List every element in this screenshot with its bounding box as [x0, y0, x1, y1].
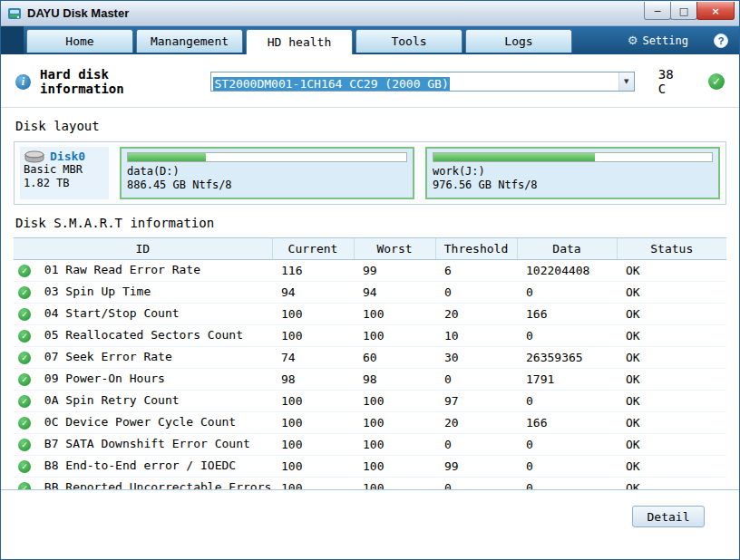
table-row[interactable]: ✓ B8 End-to-End error / IOEDC 100 100 99…: [14, 455, 726, 477]
current-value: 100: [272, 411, 354, 433]
disk-selector[interactable]: ST2000DM001-1CH164 CC29 (2000 GB) ▼: [210, 72, 634, 92]
column-worst: Worst: [354, 238, 435, 259]
disk-icon: [24, 150, 45, 163]
ok-status-icon: ✓: [18, 308, 31, 321]
setting-button[interactable]: Setting: [642, 34, 688, 47]
table-row[interactable]: ✓ 01 Raw Read Error Rate 116 99 6 102204…: [14, 259, 726, 281]
tab-manangement[interactable]: Manangement: [136, 29, 243, 53]
maximize-button[interactable]: □: [670, 2, 697, 20]
partition-info: 976.56 GB Ntfs/8: [433, 179, 713, 192]
status-value: OK: [617, 390, 726, 411]
worst-value: 100: [354, 411, 435, 433]
current-value: 100: [272, 324, 354, 346]
disk-summary[interactable]: Disk0 Basic MBR 1.82 TB: [20, 147, 109, 199]
attribute-name: 03 Spin Up Time: [44, 285, 151, 298]
data-value: 0: [517, 390, 617, 411]
attribute-name: 0A Spin Retry Count: [44, 393, 180, 407]
attribute-name: 07 Seek Error Rate: [44, 350, 172, 363]
attribute-name: B7 SATA Downshift Error Count: [44, 437, 250, 450]
data-value: 0: [517, 433, 617, 455]
temperature-label: 38 C: [658, 67, 688, 96]
table-row[interactable]: ✓ 0C Device Power Cycle Count 100 100 20…: [14, 411, 726, 433]
current-value: 100: [272, 477, 354, 489]
ok-status-icon: ✓: [18, 265, 31, 277]
table-row[interactable]: ✓ B7 SATA Downshift Error Count 100 100 …: [14, 433, 726, 455]
data-value: 0: [517, 455, 617, 477]
app-window: DAYU Disk Master ─ □ × HomeManangementHD…: [0, 0, 740, 560]
current-value: 94: [272, 281, 354, 303]
disk-size: 1.82 TB: [24, 177, 105, 190]
attribute-name: 01 Raw Read Error Rate: [44, 263, 200, 276]
threshold-value: 0: [435, 281, 517, 303]
ok-status-icon: ✓: [18, 482, 31, 489]
ok-status-icon: ✓: [18, 439, 31, 451]
data-value: 0: [517, 281, 617, 303]
attribute-name: B8 End-to-End error / IOEDC: [44, 459, 236, 472]
tab-logs[interactable]: Logs: [465, 29, 572, 53]
tab-tools[interactable]: Tools: [355, 29, 462, 53]
minimize-button[interactable]: ─: [644, 2, 671, 20]
disk-layout-title: Disk layout: [15, 119, 739, 133]
current-value: 74: [272, 346, 354, 368]
tab-bar: HomeManangementHD healthToolsLogs ⚙ Sett…: [1, 26, 739, 54]
data-value: 102204408: [517, 259, 617, 281]
current-value: 100: [272, 303, 354, 324]
table-row[interactable]: ✓ 05 Reallocated Sectors Count 100 100 1…: [14, 324, 726, 346]
close-button[interactable]: ×: [696, 2, 735, 20]
threshold-value: 97: [435, 390, 517, 411]
tab-hd-health[interactable]: HD health: [246, 29, 353, 54]
ok-status-icon: ✓: [18, 417, 31, 430]
worst-value: 94: [354, 281, 435, 303]
status-value: OK: [617, 324, 726, 346]
info-icon: i: [15, 74, 31, 90]
smart-title: Disk S.M.A.R.T information: [15, 216, 739, 230]
worst-value: 100: [354, 303, 435, 324]
table-row[interactable]: ✓ 07 Seek Error Rate 74 60 30 26359365 O…: [14, 346, 726, 368]
help-button[interactable]: ?: [714, 34, 728, 48]
ok-status-icon: ✓: [18, 286, 31, 299]
attribute-name: 0C Device Power Cycle Count: [44, 415, 236, 429]
data-value: 166: [517, 411, 617, 433]
smart-table-wrap: ID Current Worst Threshold Data Status ✓…: [14, 237, 726, 489]
app-icon: [7, 6, 22, 21]
partition-work[interactable]: work(J:) 976.56 GB Ntfs/8: [425, 147, 720, 199]
table-row[interactable]: ✓ 04 Start/Stop Count 100 100 20 166 OK: [14, 303, 726, 324]
table-row[interactable]: ✓ 0A Spin Retry Count 100 100 97 0 OK: [14, 390, 726, 411]
detail-button[interactable]: Detail: [632, 506, 705, 527]
column-id: ID: [14, 238, 272, 259]
disk-info-row: i Hard disk information ST2000DM001-1CH1…: [1, 68, 739, 95]
data-value: 166: [517, 303, 617, 324]
worst-value: 100: [354, 477, 435, 489]
tab-strip: HomeManangementHD healthToolsLogs: [26, 29, 575, 54]
ok-status-icon: ✓: [18, 352, 31, 364]
status-value: OK: [617, 259, 726, 281]
smart-table-body: ✓ 01 Raw Read Error Rate 116 99 6 102204…: [14, 259, 726, 489]
attribute-name: 05 Reallocated Sectors Count: [44, 328, 243, 342]
health-ok-icon: ✓: [708, 73, 725, 90]
column-status: Status: [617, 238, 726, 259]
disk-type: Basic MBR: [24, 163, 105, 177]
status-value: OK: [617, 368, 726, 390]
tab-home[interactable]: Home: [26, 29, 133, 53]
status-value: OK: [617, 411, 726, 433]
threshold-value: 0: [435, 368, 517, 390]
disk-name: Disk0: [50, 150, 85, 163]
ok-status-icon: ✓: [18, 395, 31, 408]
partition-data[interactable]: data(D:) 886.45 GB Ntfs/8: [120, 147, 414, 199]
worst-value: 100: [354, 455, 435, 477]
table-row[interactable]: ✓ 03 Spin Up Time 94 94 0 0 OK: [14, 281, 726, 303]
attribute-name: 04 Start/Stop Count: [44, 306, 180, 320]
dropdown-arrow-icon[interactable]: ▼: [618, 72, 634, 91]
table-row[interactable]: ✓ 09 Power-On Hours 98 98 0 1791 OK: [14, 368, 726, 390]
status-value: OK: [617, 303, 726, 324]
current-value: 98: [272, 368, 354, 390]
partition-usage-bar: [127, 152, 407, 162]
attribute-name: BB Reported Uncorrectable Errors: [44, 480, 271, 489]
table-row[interactable]: ✓ BB Reported Uncorrectable Errors 100 1…: [14, 477, 726, 489]
partition-name: data(D:): [127, 165, 407, 179]
disk-selector-value-wrap: ST2000DM001-1CH164 CC29 (2000 GB): [211, 72, 618, 91]
partition-info: 886.45 GB Ntfs/8: [127, 179, 407, 192]
smart-table-section: ID Current Worst Threshold Data Status ✓…: [1, 237, 739, 490]
disk-selector-value: ST2000DM001-1CH164 CC29 (2000 GB): [213, 77, 449, 91]
worst-value: 100: [354, 433, 435, 455]
